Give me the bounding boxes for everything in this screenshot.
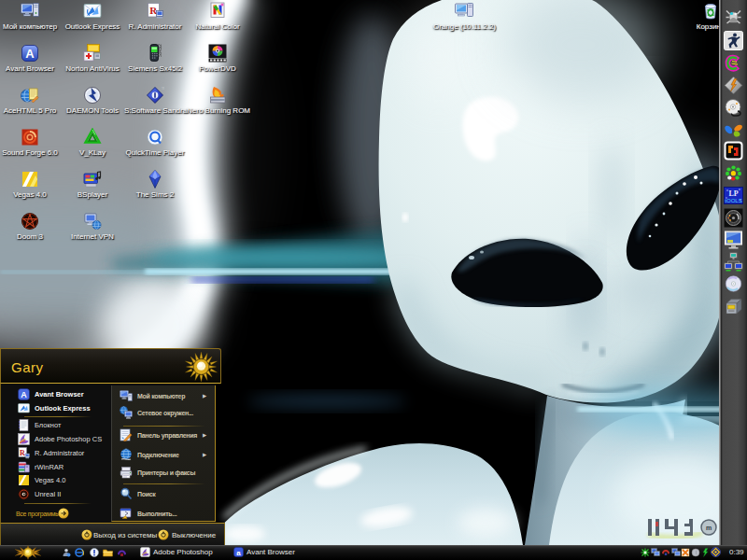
svg-text:Sx45i2: Sx45i2 <box>158 44 162 57</box>
svg-text:a: a <box>236 549 241 557</box>
svg-text:m: m <box>706 525 712 531</box>
svg-text:A: A <box>25 47 35 61</box>
svg-text:LP: LP <box>728 189 738 198</box>
svg-text:A: A <box>21 390 27 399</box>
svg-text:tOOLS: tOOLS <box>725 198 741 203</box>
svg-text:R: R <box>20 448 25 456</box>
svg-text:TM: TM <box>162 87 164 91</box>
